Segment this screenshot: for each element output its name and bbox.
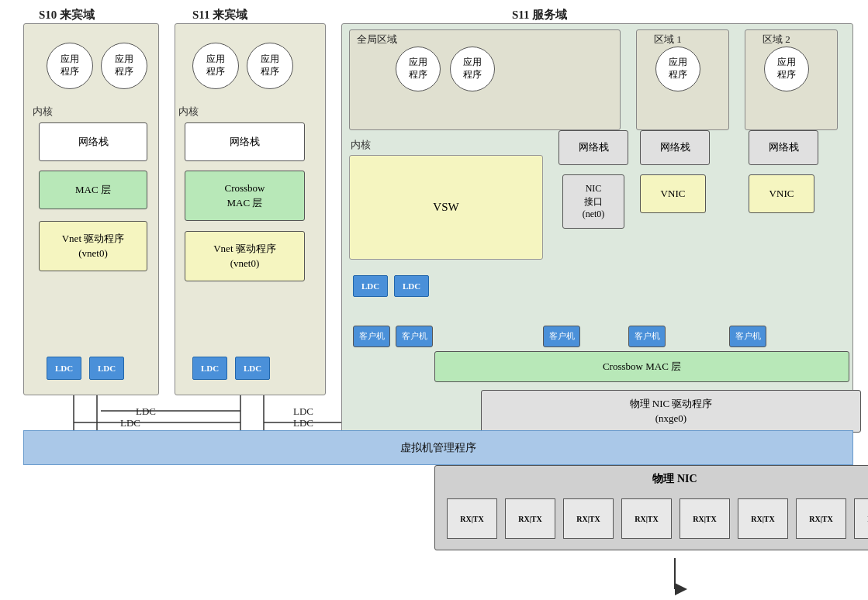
s10-app2-circle: 应用程序 — [101, 43, 147, 89]
client4: 客户机 — [628, 326, 666, 347]
crossbow-mac-bar: Crossbow MAC 层 — [434, 351, 849, 382]
service-kernel-label: 内核 — [351, 138, 371, 152]
s10-mac-layer: MAC 层 — [39, 171, 147, 209]
s10-ldc1[interactable]: LDC — [47, 357, 81, 380]
vnic2-box: VNIC — [749, 174, 814, 213]
main-diagram: S10 来宾域 应用程序 应用程序 内核 网络栈 MAC 层 Vnet 驱动程序… — [0, 0, 868, 600]
s11g-ldc2[interactable]: LDC — [235, 357, 270, 380]
s10-vnet-driver: Vnet 驱动程序(vnet0) — [39, 221, 147, 271]
rxtx-1: RX|TX — [447, 498, 497, 539]
rxtx-5: RX|TX — [680, 498, 730, 539]
s11g-app2-circle: 应用程序 — [247, 43, 293, 89]
s10-ldc2[interactable]: LDC — [89, 357, 124, 380]
s10-network-stack: 网络栈 — [39, 122, 147, 161]
s10-app2-label: 应用程序 — [115, 53, 133, 78]
phys-nic-label: 物理 NIC — [652, 472, 697, 486]
client5: 客户机 — [729, 326, 766, 347]
hypervisor-bar: 虚拟机管理程序 — [23, 430, 853, 465]
s11g-ldc1[interactable]: LDC — [192, 357, 227, 380]
global-zone-label: 全局区域 — [357, 33, 397, 47]
s10-app1-label: 应用程序 — [61, 53, 79, 78]
s11g-vnet-driver: Vnet 驱动程序(vnet0) — [185, 231, 305, 281]
s11g-crossbow-mac: CrossbowMAC 层 — [185, 171, 305, 221]
zone2-app-circle: 应用程序 — [764, 47, 809, 91]
s10-guest-title: S10 来宾域 — [39, 8, 95, 22]
vsw-ldc1[interactable]: LDC — [353, 275, 388, 297]
nic-interface-box: NIC接口(net0) — [562, 174, 624, 229]
ldc-label-3: LDC — [120, 417, 140, 429]
s10-kernel-label: 内核 — [33, 105, 53, 119]
client3: 客户机 — [543, 326, 580, 347]
ldc-label-1: LDC — [136, 405, 156, 418]
s11g-kernel-label: 内核 — [178, 105, 199, 119]
vnic1-box: VNIC — [640, 174, 706, 213]
s11g-app1-circle: 应用程序 — [192, 43, 239, 89]
vsw-area: VSW — [349, 155, 543, 260]
rxtx-3: RX|TX — [563, 498, 614, 539]
s11-service-title: S11 服务域 — [512, 8, 567, 22]
service-app2-circle: 应用程序 — [450, 47, 495, 91]
service-netstack-main: 网络栈 — [558, 130, 628, 165]
zone1-app-circle: 应用程序 — [655, 47, 700, 91]
zone1-label: 区域 1 — [654, 33, 682, 47]
rxtx-7: RX|TX — [796, 498, 846, 539]
vsw-label: VSW — [433, 201, 458, 214]
rxtx-8: RX|TX — [854, 498, 868, 539]
s11-guest-title: S11 来宾域 — [192, 8, 247, 22]
ldc-label-4: LDC — [293, 417, 313, 429]
service-netstack-z2: 网络栈 — [749, 130, 818, 165]
s10-app1-circle: 应用程序 — [47, 43, 93, 89]
zone2-label: 区域 2 — [763, 33, 790, 47]
phys-nic-driver-box: 物理 NIC 驱动程序(nxge0) — [481, 390, 861, 433]
phys-nic-area: 物理 NIC RX|TX RX|TX RX|TX RX|TX RX|TX RX|… — [434, 465, 868, 550]
vsw-ldc2[interactable]: LDC — [394, 275, 429, 297]
service-app1-circle: 应用程序 — [396, 47, 441, 91]
rxtx-6: RX|TX — [738, 498, 788, 539]
s11g-network-stack: 网络栈 — [185, 122, 305, 161]
ldc-label-2: LDC — [293, 405, 313, 418]
rxtx-2: RX|TX — [505, 498, 555, 539]
s11g-app1-label: 应用程序 — [206, 53, 225, 78]
s11g-app2-label: 应用程序 — [261, 53, 279, 78]
client1: 客户机 — [353, 326, 390, 347]
service-netstack-z1: 网络栈 — [640, 130, 710, 165]
client2: 客户机 — [396, 326, 433, 347]
rxtx-4: RX|TX — [621, 498, 672, 539]
